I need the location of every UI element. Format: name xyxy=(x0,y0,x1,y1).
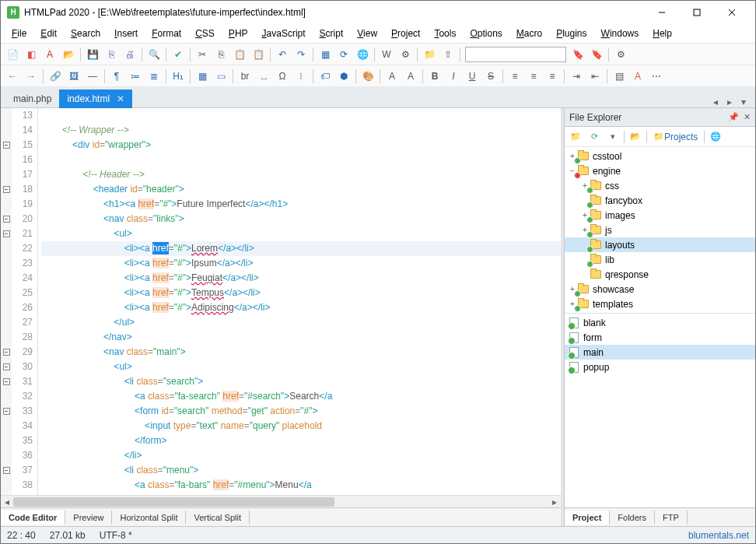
settings-icon[interactable]: ⚙ xyxy=(612,46,629,63)
code-editor[interactable]: −−−−−−−−− 131415161718192021222324252627… xyxy=(1,108,561,495)
folder-css[interactable]: +css xyxy=(565,178,755,193)
comment-icon[interactable]: ⁝ xyxy=(292,68,310,85)
vendor-link[interactable]: blumentals.net xyxy=(688,530,749,541)
menu-css[interactable]: CSS xyxy=(189,26,221,40)
back-icon[interactable]: ← xyxy=(4,68,21,85)
table-icon[interactable]: ▦ xyxy=(194,68,211,85)
globe-icon[interactable]: 🌐 xyxy=(708,129,723,145)
highlight-icon[interactable]: A xyxy=(629,68,646,85)
pin-icon[interactable]: 📌 xyxy=(728,112,739,122)
browser-icon[interactable]: 🌐 xyxy=(354,46,371,63)
print-icon[interactable]: 🖨 xyxy=(121,46,138,63)
color-icon[interactable]: 🎨 xyxy=(359,68,376,85)
bookmark-icon[interactable]: 🔖 xyxy=(569,46,586,63)
view-tab-horizontal-split[interactable]: Horizontal Split xyxy=(112,511,186,525)
view-tab-preview[interactable]: Preview xyxy=(65,511,112,525)
menu-format[interactable]: Format xyxy=(145,26,187,40)
preview-icon[interactable]: ▦ xyxy=(317,46,334,63)
clipboard-icon[interactable]: 📋 xyxy=(250,46,267,63)
redo-icon[interactable]: ↷ xyxy=(292,46,310,63)
ul-icon[interactable]: ≔ xyxy=(127,68,144,85)
tab-close-icon[interactable]: ✕ xyxy=(117,93,124,104)
ol-icon[interactable]: ≣ xyxy=(145,68,163,85)
folder-qresponse[interactable]: qresponse xyxy=(565,267,755,282)
menu-windows[interactable]: Windows xyxy=(595,26,646,40)
maximize-button[interactable] xyxy=(679,1,714,24)
scroll-right-icon[interactable]: ▸ xyxy=(548,496,561,508)
menu-search[interactable]: Search xyxy=(65,26,107,40)
menu-plugins[interactable]: Plugins xyxy=(550,26,593,40)
copy-icon[interactable]: ⎘ xyxy=(212,46,229,63)
omega-icon[interactable]: Ω xyxy=(274,68,291,85)
font-size-icon[interactable]: A xyxy=(402,68,419,85)
underline-icon[interactable]: U xyxy=(464,68,481,85)
nbsp-icon[interactable]: ⎵ xyxy=(255,68,272,85)
scroll-thumb[interactable] xyxy=(13,497,334,507)
menu-options[interactable]: Options xyxy=(464,26,508,40)
panel-close-icon[interactable]: ✕ xyxy=(744,112,751,122)
strike-icon[interactable]: S xyxy=(482,68,499,85)
validate-icon[interactable]: W xyxy=(378,46,395,63)
menu-macro[interactable]: Macro xyxy=(510,26,548,40)
view-tab-vertical-split[interactable]: Vertical Split xyxy=(186,511,250,525)
menu-insert[interactable]: Insert xyxy=(108,26,144,40)
view-tab-code-editor[interactable]: Code Editor xyxy=(1,511,65,525)
scroll-left-icon[interactable]: ◂ xyxy=(1,496,13,508)
folder-fancybox[interactable]: fancybox xyxy=(565,193,755,208)
explorer-view-icon[interactable]: ▾ xyxy=(605,129,621,145)
horizontal-scrollbar[interactable]: ◂ ▸ xyxy=(1,495,561,507)
folder-images[interactable]: +images xyxy=(565,208,755,223)
menu-edit[interactable]: Edit xyxy=(34,26,63,40)
hex-icon[interactable]: ⬢ xyxy=(335,68,352,85)
search-icon[interactable]: 🔍 xyxy=(145,46,163,63)
layout-icon[interactable]: ▤ xyxy=(611,68,628,85)
bookmark-nav-icon[interactable]: 🔖 xyxy=(588,46,605,63)
save-icon[interactable]: 💾 xyxy=(84,46,101,63)
tab-main-php[interactable]: main.php xyxy=(5,89,59,108)
tidy-icon[interactable]: ⚙ xyxy=(397,46,414,63)
folder-csstool[interactable]: +csstool xyxy=(565,149,755,163)
cut-icon[interactable]: ✂ xyxy=(194,46,211,63)
close-button[interactable] xyxy=(714,1,749,24)
folder-js[interactable]: +js xyxy=(565,223,755,237)
more-icon[interactable]: ⋯ xyxy=(648,68,665,85)
font-style-icon[interactable]: A xyxy=(383,68,401,85)
menu-javascript[interactable]: JavaScript xyxy=(256,26,312,40)
open-folder-icon[interactable]: 📂 xyxy=(60,46,77,63)
file-main[interactable]: main xyxy=(565,345,755,360)
spellcheck-icon[interactable]: ✔ xyxy=(170,46,187,63)
explorer-folder-icon[interactable]: 📂 xyxy=(628,129,643,145)
menu-project[interactable]: Project xyxy=(385,26,426,40)
folder-tree[interactable]: +csstool−engine+cssfancybox+images+jslay… xyxy=(565,147,755,314)
form-icon[interactable]: ▭ xyxy=(212,68,229,85)
file-list[interactable]: blankformmainpopup xyxy=(565,314,755,507)
new-css-icon[interactable]: A xyxy=(41,46,58,63)
image-icon[interactable]: 🖼 xyxy=(65,68,82,85)
heading-icon[interactable]: H₁ xyxy=(170,68,187,85)
forward-icon[interactable]: → xyxy=(23,68,40,85)
undo-icon[interactable]: ↶ xyxy=(274,46,291,63)
tab-next-icon[interactable]: ▸ xyxy=(723,97,737,107)
ftp-icon[interactable]: 📁 xyxy=(421,46,438,63)
save-all-icon[interactable]: ⎘ xyxy=(103,46,120,63)
italic-icon[interactable]: I xyxy=(445,68,462,85)
align-left-icon[interactable]: ≡ xyxy=(506,68,523,85)
indent-icon[interactable]: ⇥ xyxy=(568,68,585,85)
menu-script[interactable]: Script xyxy=(313,26,350,40)
sync-icon[interactable]: ⟳ xyxy=(335,46,352,63)
tag-icon[interactable]: 🏷 xyxy=(317,68,334,85)
paragraph-icon[interactable]: ¶ xyxy=(108,68,125,85)
folder-showcase[interactable]: +showcase xyxy=(565,282,755,297)
folder-layouts[interactable]: layouts xyxy=(565,237,755,252)
file-popup[interactable]: popup xyxy=(565,360,755,374)
folder-templates[interactable]: +templates xyxy=(565,297,755,311)
align-center-icon[interactable]: ≡ xyxy=(525,68,542,85)
link-icon[interactable]: 🔗 xyxy=(47,68,64,85)
file-blank[interactable]: blank xyxy=(565,315,755,330)
upload-icon[interactable]: ⇧ xyxy=(439,46,457,63)
tab-menu-icon[interactable]: ▾ xyxy=(737,97,751,107)
new-file-icon[interactable]: 📄 xyxy=(4,46,21,63)
align-right-icon[interactable]: ≡ xyxy=(544,68,561,85)
menu-php[interactable]: PHP xyxy=(222,26,254,40)
explorer-tab-folders[interactable]: Folders xyxy=(610,511,655,525)
